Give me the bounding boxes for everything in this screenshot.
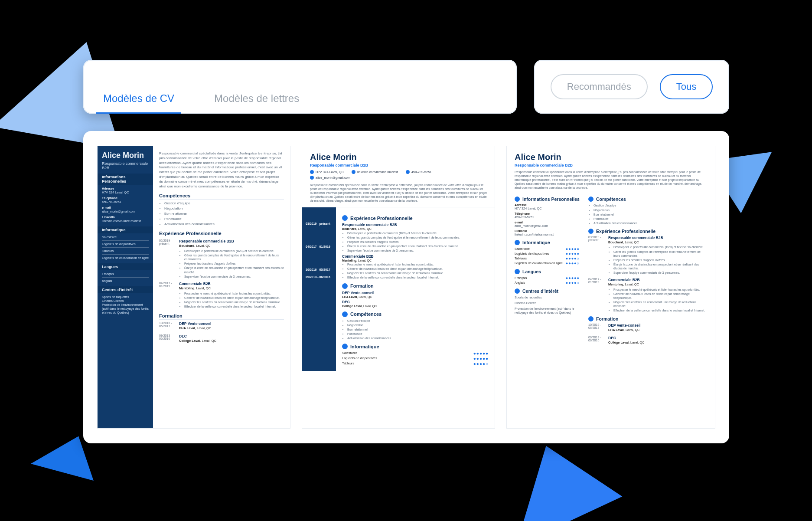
value-phone: 450-789-5251 [102, 200, 149, 204]
cv3-left-column: Informations Personnelles AdresseH7V 3Z4… [515, 193, 580, 348]
cv2-dates-strip: 03/2019 - présent 04/2017 - 01/2019 10/2… [302, 207, 336, 371]
value-linkedin: linkedin.com/in/alice.morinst [515, 233, 580, 236]
interest-item: Cinéma Coréen [102, 299, 149, 303]
label-linkedin: LinkedIn [102, 215, 149, 219]
it-item: Tableurs [342, 361, 354, 366]
interest-item: Sports de raquettes [102, 295, 149, 299]
exp-bullet: Développer le portefeuille commercial (B… [347, 231, 489, 235]
skill-item: Négociation [164, 206, 284, 211]
exp-title: Commerciale B2B [342, 254, 489, 259]
edu-title: DEP Vente-conseil [608, 323, 707, 328]
exp-location: Laval, QC [196, 286, 211, 290]
edu-location: Laval, QC [626, 328, 639, 332]
tab-letter-templates[interactable]: Modèles de lettres [207, 85, 306, 114]
graduation-icon [588, 316, 594, 321]
edu-school: EHA Laval [608, 328, 624, 332]
value-email: alice_morin@gmail.com [102, 210, 149, 213]
skill-item: Négociation [347, 323, 489, 327]
exp-bullet: Gérer les grands comptes de l'entreprise… [347, 236, 489, 239]
cv-template-3[interactable]: Alice Morin Responsable commerciale B2B … [506, 146, 715, 429]
section-header-interests: Centres d'intérêt [522, 288, 558, 294]
edu-location: Laval, QC [202, 339, 216, 343]
rating-dots: ●●●●● [566, 252, 580, 256]
exp-bullet: Générer de nouveaux leads en direct et p… [184, 296, 284, 300]
rating-dots: ●●●●● [566, 247, 580, 251]
briefcase-icon [588, 229, 594, 234]
summary-text: Responsable commercial spécialisée dans … [310, 183, 487, 203]
date-label: 09/2013 - 06/2016 [306, 275, 333, 279]
exp-location: Laval, QC [625, 282, 639, 286]
section-header-edu: Formation [350, 283, 374, 288]
briefcase-icon [342, 215, 348, 221]
it-item: Logiciels de diapositives [342, 356, 377, 361]
summary-text: Responsable commercial spécialisée dans … [515, 170, 707, 190]
exp-company: Bouchard [179, 244, 194, 248]
exp-bullet: Préparer les dossiers d'appels d'offres. [184, 262, 284, 265]
skill-item: Ponctualité [164, 217, 284, 222]
templates-gallery: Alice Morin Responsable commerciale B2B … [83, 131, 729, 443]
section-header-info: Informations Personnelles [522, 197, 580, 202]
label-linkedin: LinkedIn [515, 229, 580, 233]
date-label: 03/2019 - présent [306, 222, 333, 225]
section-header-edu: Formation [159, 313, 284, 320]
interest-item: Cinéma Coréen [515, 301, 580, 305]
skill-item: Gestion d'équipe [594, 203, 707, 207]
skill-item: Bon relationnel [594, 213, 707, 216]
cv-template-1[interactable]: Alice Morin Responsable commerciale B2B … [97, 146, 290, 429]
exp-company: Mentoling [342, 259, 356, 262]
cv3-right-column: Compétences Gestion d'équipe Négociation… [588, 193, 707, 348]
exp-company: Bouchard [608, 240, 623, 244]
exp-bullet: Élargir la zone de chalandise en prospec… [184, 266, 284, 274]
pin-icon [310, 170, 314, 174]
filter-recommended[interactable]: Recommandés [551, 74, 648, 99]
exp-title: Responsable commerciale B2B [179, 239, 284, 243]
mail-icon [310, 176, 314, 180]
edu-title: DEP Vente-conseil [179, 321, 284, 326]
lang-item: Français [102, 272, 149, 276]
edu-school: EHA Laval [342, 295, 357, 298]
exp-bullet: Préparer les dossiers d'appels d'offres. [347, 240, 489, 244]
it-item: Salesforce [342, 351, 357, 356]
exp-bullet: Générer de nouveaux leads en direct et p… [613, 292, 707, 300]
cv-template-2[interactable]: Alice Morin Responsable commerciale B2B … [302, 146, 495, 429]
contact-linkedin: linkedin.com/in/alice.morinst [352, 170, 398, 174]
it-item: Logiciels de collaboration en ligne [515, 261, 563, 265]
edu-title: DEC [608, 336, 707, 340]
monitor-icon [342, 344, 348, 349]
exp-bullet: Négocier les contrats en conservant une … [184, 300, 284, 304]
edu-dates: 10/2016 - 05/2017 [159, 321, 176, 331]
tab-cv-templates[interactable]: Modèles de CV [96, 85, 181, 114]
exp-bullet: Effectuer de la veille concurrentielle d… [184, 305, 284, 308]
value-email: alice_morin@gmail.com [515, 224, 580, 228]
lang-item: Français [515, 276, 527, 280]
rating-dots: ●●●●● [566, 276, 580, 280]
star-icon [588, 197, 594, 202]
skill-item: Ponctualité [594, 217, 707, 221]
section-header-info: Informations Personnelles [98, 174, 153, 185]
edu-location: Laval, QC [363, 305, 377, 308]
it-item: Logiciels de diapositives [102, 242, 149, 246]
globe-icon [515, 269, 520, 274]
cv1-sidebar: Alice Morin Responsable commerciale B2B … [98, 146, 153, 428]
exp-bullet: Effectuer de la veille concurrentielle d… [613, 308, 707, 312]
edu-dates: 09/2013 - 06/2016 [588, 336, 606, 345]
exp-location: Laval, QC [358, 259, 372, 262]
skill-item: Bon relationnel [347, 328, 489, 331]
interest-item: Sports de raquettes [515, 295, 580, 299]
exp-dates: 04/2017 - 01/2019 [588, 278, 606, 313]
interest-item: Protection de l'environnement (actif dan… [102, 303, 149, 315]
label-email: e-mail [515, 221, 580, 224]
exp-dates: 03/2019 - présent [588, 236, 606, 275]
exp-company: Mentoling [179, 286, 194, 290]
section-header-it: Informatique [98, 226, 153, 233]
exp-bullet: Prospecter le marché québécois et lister… [613, 288, 707, 292]
section-header-skills: Compétences [159, 193, 284, 200]
lang-item: Anglais [515, 281, 525, 285]
it-item: Logiciels de diapositives [515, 252, 549, 256]
person-title: Responsable commerciale B2B [515, 163, 707, 167]
exp-bullet: Développer le portefeuille commercial (B… [184, 249, 284, 253]
label-address: Adresse [515, 203, 580, 206]
exp-dates: 02/2019 - présent [159, 239, 176, 279]
filter-all[interactable]: Tous [660, 74, 713, 99]
section-header-skills: Compétences [350, 311, 382, 317]
